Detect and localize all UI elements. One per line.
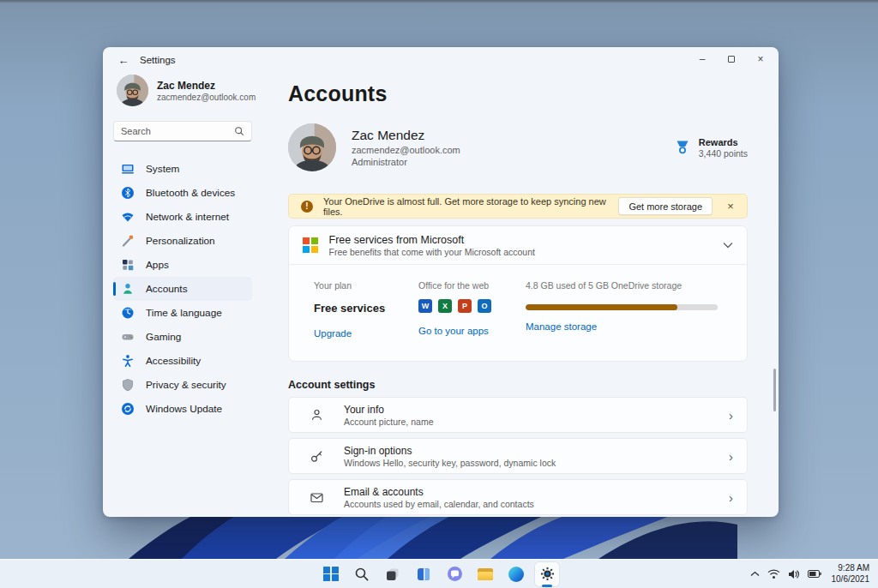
page-title: Accounts xyxy=(288,81,748,106)
sidebar-item-label: Accessibility xyxy=(146,355,201,367)
avatar-large xyxy=(288,123,336,171)
microsoft-logo xyxy=(303,237,318,253)
widgets-icon xyxy=(416,567,431,582)
outlook-icon: O xyxy=(478,299,491,313)
chat-button[interactable] xyxy=(442,562,466,586)
storage-column: 4.8 GB used of 5 GB OneDrive storage Man… xyxy=(526,280,747,339)
sidebar-item-accessibility[interactable]: Accessibility xyxy=(113,349,252,373)
close-button[interactable]: × xyxy=(746,47,775,71)
maximize-button[interactable] xyxy=(717,47,746,71)
caption-controls: – × xyxy=(688,47,775,71)
edge-button[interactable] xyxy=(504,562,528,586)
plan-value: Free services xyxy=(314,301,418,315)
accounts-person-icon xyxy=(121,282,135,296)
rewards-medal-icon xyxy=(674,140,691,155)
sidebar-item-accounts[interactable]: Accounts xyxy=(113,277,252,301)
sidebar-item-apps[interactable]: Apps xyxy=(113,253,252,277)
row-title: Email & accounts xyxy=(344,486,534,498)
upgrade-link[interactable]: Upgrade xyxy=(314,328,418,339)
manage-storage-link[interactable]: Manage storage xyxy=(526,321,718,332)
account-profile-header: Zac Mendez zacmendez@outlook.com Adminis… xyxy=(288,123,748,171)
powerpoint-icon: P xyxy=(458,299,472,313)
main-content: Accounts Zac Mendez zacmendez@outlook.co… xyxy=(288,73,748,517)
free-services-expander[interactable]: Free services from Microsoft Free benefi… xyxy=(289,226,747,264)
card-subtitle: Free benefits that come with your Micros… xyxy=(329,247,535,257)
taskbar-center-icons xyxy=(319,560,559,588)
time-language-clock-icon xyxy=(121,306,135,320)
sidebar-item-label: Gaming xyxy=(146,331,181,343)
plan-column: Your plan Free services Upgrade xyxy=(314,280,418,339)
chat-icon xyxy=(447,566,463,582)
sidebar-item-label: Bluetooth & devices xyxy=(146,187,235,199)
start-icon xyxy=(323,567,339,582)
sidebar-item-personalization[interactable]: Personalization xyxy=(113,229,252,253)
free-services-card: Free services from Microsoft Free benefi… xyxy=(288,225,748,362)
profile-email: zacmendez@outlook.com xyxy=(352,145,460,155)
sidebar-item-system[interactable]: System xyxy=(113,157,252,181)
card-title: Free services from Microsoft xyxy=(329,234,535,246)
gaming-controller-icon xyxy=(121,330,135,344)
search-icon xyxy=(354,567,370,582)
row-subtitle: Account picture, name xyxy=(344,417,433,427)
sidebar-item-label: Privacy & security xyxy=(146,379,226,391)
windows-update-icon xyxy=(121,402,135,416)
go-to-your-apps-link[interactable]: Go to your apps xyxy=(418,326,526,336)
sign-in-options-row[interactable]: Sign-in options Windows Hello, security … xyxy=(288,438,748,474)
row-title: Your info xyxy=(344,404,433,416)
sidebar-item-time-language[interactable]: Time & language xyxy=(113,301,252,325)
free-services-details: Your plan Free services Upgrade Office f… xyxy=(289,264,747,361)
window-scrollbar-thumb[interactable] xyxy=(773,369,776,411)
your-info-row[interactable]: Your info Account picture, name › xyxy=(288,397,748,433)
edge-icon xyxy=(508,567,524,582)
chevron-down-icon[interactable] xyxy=(723,242,733,249)
system-tray: 9:28 AM 10/6/2021 xyxy=(750,560,874,588)
clock-time: 9:28 AM xyxy=(832,563,870,574)
battery-icon[interactable] xyxy=(808,570,821,578)
sidebar-item-privacy-security[interactable]: Privacy & security xyxy=(113,373,252,397)
sidebar-user-name: Zac Mendez xyxy=(157,80,256,92)
profile-name: Zac Mendez xyxy=(352,128,460,143)
sidebar-item-label: Windows Update xyxy=(146,403,222,415)
chevron-up-icon[interactable] xyxy=(750,571,760,577)
minimize-button[interactable]: – xyxy=(688,47,717,71)
sidebar-item-label: Network & internet xyxy=(146,211,229,223)
taskbar-clock[interactable]: 9:28 AM 10/6/2021 xyxy=(832,563,870,585)
get-more-storage-button[interactable]: Get more storage xyxy=(618,197,713,215)
file-explorer-icon xyxy=(478,568,493,580)
chevron-right-icon: › xyxy=(729,408,733,423)
widgets-button[interactable] xyxy=(412,562,436,586)
sidebar-profile[interactable]: Zac Mendez zacmendez@outlook.com xyxy=(113,75,252,106)
mail-icon xyxy=(310,490,324,505)
settings-taskbar-button[interactable] xyxy=(535,562,559,586)
sidebar-item-network-internet[interactable]: Network & internet xyxy=(113,205,252,229)
back-button[interactable]: ← xyxy=(114,51,133,69)
sidebar-item-bluetooth-devices[interactable]: Bluetooth & devices xyxy=(113,181,252,205)
task-view-icon xyxy=(385,567,400,582)
profile-role: Administrator xyxy=(352,157,460,167)
sidebar-item-label: Time & language xyxy=(146,307,222,319)
settings-window: ← Settings – × Za xyxy=(103,47,779,517)
volume-icon[interactable] xyxy=(788,569,800,579)
taskbar-search-button[interactable] xyxy=(350,562,374,586)
storage-progress-bar xyxy=(526,304,718,310)
task-view-button[interactable] xyxy=(381,562,405,586)
settings-gear-icon xyxy=(539,566,556,582)
rewards-label: Rewards xyxy=(699,137,748,147)
wifi-icon[interactable] xyxy=(767,569,780,579)
rewards-widget[interactable]: Rewards 3,440 points xyxy=(674,137,748,159)
sidebar-item-windows-update[interactable]: Windows Update xyxy=(113,397,252,421)
sidebar-item-label: Accounts xyxy=(146,283,188,295)
start-button[interactable] xyxy=(319,562,343,586)
account-settings-rows: Your info Account picture, name › Sign-i… xyxy=(288,397,748,517)
email-accounts-row[interactable]: Email & accounts Accounts used by email,… xyxy=(288,479,748,515)
banner-close-icon[interactable]: × xyxy=(723,200,738,213)
onedrive-warning-banner: ! Your OneDrive is almost full. Get more… xyxy=(288,194,748,219)
search-input[interactable]: Search xyxy=(113,121,252,141)
sidebar-item-gaming[interactable]: Gaming xyxy=(113,325,252,349)
office-column: Office for the web W X P O Go to your ap… xyxy=(418,280,526,339)
office-caption: Office for the web xyxy=(418,280,526,291)
key-icon xyxy=(310,449,324,464)
row-title: Sign-in options xyxy=(344,445,556,457)
sidebar-item-label: Personalization xyxy=(146,235,215,247)
file-explorer-button[interactable] xyxy=(473,562,497,586)
